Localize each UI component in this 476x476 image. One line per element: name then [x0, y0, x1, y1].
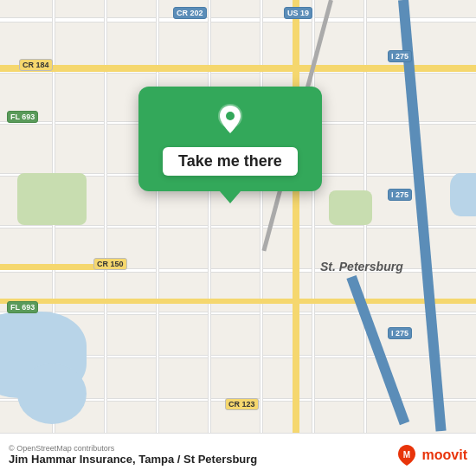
cr184-badge: CR 184 [19, 59, 53, 71]
bottom-info: © OpenStreetMap contributors Jim Hammar … [9, 444, 257, 466]
i275-badge-mid: I 275 [388, 189, 412, 201]
city-label: St. Petersburg [320, 260, 403, 273]
fl693-badge-top: FL 693 [7, 111, 38, 123]
moovit-text: moovit [422, 447, 467, 463]
fl693-road [0, 299, 476, 304]
map-container: CR 202 US 19 CR 184 US 19 I 275 FL 693 U… [0, 0, 476, 433]
green-area-1 [17, 173, 87, 225]
cr150-road [0, 264, 104, 270]
svg-text:M: M [402, 450, 409, 460]
road-h-7 [0, 312, 476, 315]
green-area-2 [329, 190, 372, 225]
i275-badge-top: I 275 [388, 50, 412, 62]
svg-point-1 [226, 112, 235, 120]
bottom-bar: © OpenStreetMap contributors Jim Hammar … [0, 433, 476, 476]
road-h-5 [0, 225, 476, 228]
location-pin-icon [213, 102, 248, 137]
moovit-icon: M [395, 443, 419, 467]
fl693-badge-lower: FL 693 [7, 301, 38, 313]
us19-badge-top: US 19 [284, 7, 312, 19]
location-title: Jim Hammar Insurance, Tampa / St Petersb… [9, 453, 257, 466]
take-me-there-button[interactable]: Take me there [163, 147, 298, 176]
i275-badge-lower: I 275 [388, 327, 412, 339]
water-body-2 [17, 363, 87, 424]
cr150-badge: CR 150 [93, 258, 127, 270]
moovit-logo: M moovit [395, 443, 467, 467]
copyright-text: © OpenStreetMap contributors [9, 444, 257, 453]
popup-card: Take me there [138, 87, 322, 191]
cr123-badge: CR 123 [225, 398, 259, 410]
popup-pointer [220, 191, 241, 203]
popup: Take me there [138, 87, 322, 203]
cr202-badge: CR 202 [173, 7, 207, 19]
water-right [450, 173, 476, 216]
